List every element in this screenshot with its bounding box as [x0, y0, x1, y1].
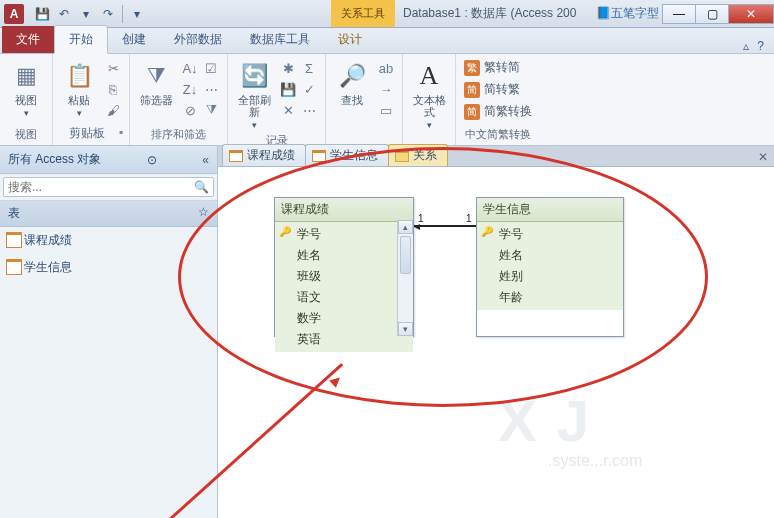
group-textfmt: A 文本格式 ▾	[403, 54, 456, 145]
chevron-down-icon: ▾	[77, 108, 82, 118]
copy-icon[interactable]: ⎘	[103, 79, 123, 99]
field[interactable]: 数学	[275, 308, 413, 329]
dialog-launcher-icon[interactable]: ▪	[119, 125, 123, 139]
doc-tab-relationships[interactable]: 关系	[388, 144, 448, 166]
view-button[interactable]: ▦ 视图 ▾	[6, 58, 46, 120]
relationships-canvas[interactable]: X J .syste...r.com 课程成绩 学号 姓名 班级 语文 数学 英…	[218, 166, 774, 518]
document-area: 课程成绩 学生信息 关系 ✕ X J .syste...r.com 课程成绩 学…	[218, 146, 774, 518]
group-view: ▦ 视图 ▾ 视图	[0, 54, 53, 145]
chevron-down-icon: ▾	[252, 120, 257, 130]
field[interactable]: 姓名	[275, 245, 413, 266]
goto-icon[interactable]: →	[376, 79, 396, 99]
replace-icon[interactable]: ab	[376, 58, 396, 78]
group-label-cn: 中文简繁转换	[462, 126, 534, 143]
scrollbar[interactable]: ▴ ▾	[397, 220, 413, 336]
scroll-thumb[interactable]	[400, 236, 411, 274]
sort-asc-icon[interactable]: A↓	[180, 58, 200, 78]
field[interactable]: 班级	[275, 266, 413, 287]
field[interactable]: 英语	[275, 329, 413, 350]
refresh-all-button[interactable]: 🔄 全部刷新 ▾	[234, 58, 274, 132]
sort-desc-icon[interactable]: Z↓	[180, 79, 200, 99]
find-button[interactable]: 🔎 查找	[332, 58, 372, 108]
tab-db-tools[interactable]: 数据库工具	[236, 26, 324, 53]
undo-icon[interactable]: ↶	[54, 4, 74, 24]
spelling-icon[interactable]: ✓	[299, 79, 319, 99]
relationship-arrow-icon: ◂	[414, 219, 420, 233]
records-col: ✱Σ 💾✓ ✕⋯	[278, 58, 319, 120]
dropdown-icon[interactable]: ⊙	[147, 153, 157, 167]
ime-indicator[interactable]: 📘五笔字型	[596, 5, 659, 22]
totals-icon[interactable]: Σ	[299, 58, 319, 78]
textfmt-label: 文本格式	[411, 94, 447, 118]
tab-file[interactable]: 文件	[2, 26, 54, 53]
field[interactable]: 年龄	[477, 287, 623, 308]
qat-customize-icon[interactable]: ▾	[127, 4, 147, 24]
advanced-icon[interactable]: ⋯	[201, 79, 221, 99]
format-painter-icon[interactable]: 🖌	[103, 100, 123, 120]
field[interactable]: 姓名	[477, 245, 623, 266]
tab-create[interactable]: 创建	[108, 26, 160, 53]
cn-icon: 简	[464, 104, 480, 120]
nav-group-tables[interactable]: 表 ☆	[0, 201, 217, 227]
minimize-button[interactable]: —	[662, 4, 696, 24]
table-fields: 学号 姓名 班级 语文 数学 英语	[275, 222, 413, 352]
scroll-down-icon[interactable]: ▾	[398, 322, 413, 336]
navigation-pane: 所有 Access 对象 ⊙ « 🔍 表 ☆ 课程成绩 学生信息	[0, 146, 218, 518]
doc-tab-student-info[interactable]: 学生信息	[305, 144, 389, 166]
nav-header[interactable]: 所有 Access 对象 ⊙ «	[0, 146, 217, 174]
qat-dropdown-icon[interactable]: ▾	[76, 4, 96, 24]
filter-button[interactable]: ⧩ 筛选器	[136, 58, 176, 108]
field-key[interactable]: 学号	[275, 224, 413, 245]
sort-col: A↓☑ Z↓⋯ ⊘⧩	[180, 58, 221, 120]
clear-sort-icon[interactable]: ⊘	[180, 100, 200, 120]
search-box[interactable]: 🔍	[3, 177, 214, 197]
nav-item-student-info[interactable]: 学生信息	[0, 254, 217, 281]
field[interactable]: 语文	[275, 287, 413, 308]
search-input[interactable]	[8, 180, 194, 194]
select-icon[interactable]: ▭	[376, 100, 396, 120]
ribbon-tabs: 文件 开始 创建 外部数据 数据库工具 设计 ▵ ?	[0, 28, 774, 54]
find-col: ab → ▭	[376, 58, 396, 120]
group-label-view: 视图	[6, 126, 46, 143]
paste-button[interactable]: 📋 粘贴 ▾	[59, 58, 99, 120]
nav-item-course-scores[interactable]: 课程成绩	[0, 227, 217, 254]
help-icon[interactable]: ?	[757, 39, 764, 53]
collapse-pane-icon[interactable]: «	[202, 153, 209, 167]
find-label: 查找	[341, 94, 363, 106]
toggle-filter-icon[interactable]: ⧩	[201, 100, 221, 120]
search-icon[interactable]: 🔍	[194, 180, 209, 194]
redo-icon[interactable]: ↷	[98, 4, 118, 24]
refresh-icon: 🔄	[238, 60, 270, 92]
save-record-icon[interactable]: 💾	[278, 79, 298, 99]
tabs-right: ▵ ?	[733, 39, 774, 53]
field[interactable]: 姓别	[477, 266, 623, 287]
tab-design[interactable]: 设计	[324, 26, 376, 53]
table-window-student[interactable]: 学生信息 学号 姓名 姓别 年龄	[476, 197, 624, 337]
close-doc-icon[interactable]: ✕	[752, 148, 774, 166]
delete-record-icon[interactable]: ✕	[278, 100, 298, 120]
text-format-button[interactable]: A 文本格式 ▾	[409, 58, 449, 132]
refresh-label: 全部刷新	[236, 94, 272, 118]
maximize-button[interactable]: ▢	[695, 4, 729, 24]
trad-to-simp-button[interactable]: 繁繁转简	[462, 58, 534, 77]
cut-icon[interactable]: ✂	[103, 58, 123, 78]
scroll-up-icon[interactable]: ▴	[398, 220, 413, 234]
watermark-url: .syste...r.com	[548, 452, 642, 470]
tab-external-data[interactable]: 外部数据	[160, 26, 236, 53]
collapse-group-icon[interactable]: ☆	[198, 205, 209, 222]
new-record-icon[interactable]: ✱	[278, 58, 298, 78]
field-key[interactable]: 学号	[477, 224, 623, 245]
save-icon[interactable]: 💾	[32, 4, 52, 24]
tab-home[interactable]: 开始	[54, 25, 108, 54]
chinese-convert-button[interactable]: 简简繁转换	[462, 102, 534, 121]
more-icon[interactable]: ⋯	[299, 100, 319, 120]
close-button[interactable]: ✕	[728, 4, 774, 24]
relationship-line[interactable]	[414, 225, 476, 227]
ribbon: ▦ 视图 ▾ 视图 📋 粘贴 ▾ ✂ ⎘ 🖌 剪贴板▪ ⧩ 筛选器	[0, 54, 774, 146]
table-window-course[interactable]: 课程成绩 学号 姓名 班级 语文 数学 英语 ▴ ▾	[274, 197, 414, 337]
doc-tab-course-scores[interactable]: 课程成绩	[222, 144, 306, 166]
simp-to-trad-button[interactable]: 简简转繁	[462, 80, 534, 99]
minimize-ribbon-icon[interactable]: ▵	[743, 39, 749, 53]
selection-icon[interactable]: ☑	[201, 58, 221, 78]
watermark: X J	[498, 387, 591, 454]
